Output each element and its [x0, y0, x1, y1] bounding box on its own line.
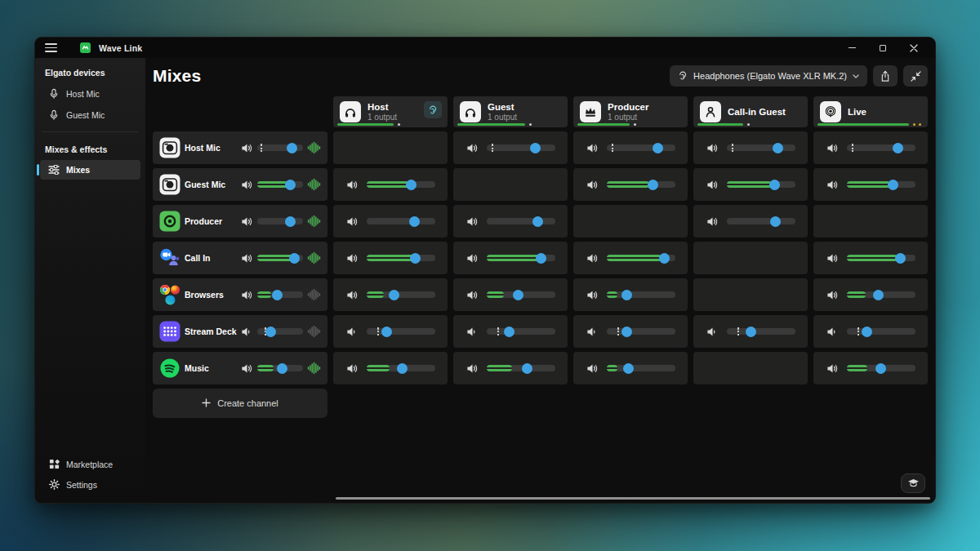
slider-knob[interactable]	[513, 290, 523, 300]
volume-high-icon[interactable]	[586, 362, 599, 375]
cell-browsers-producer[interactable]	[573, 278, 688, 311]
volume-slider[interactable]	[847, 290, 915, 300]
effects-wave-icon[interactable]	[307, 251, 321, 264]
sidebar-item-settings[interactable]: Settings	[40, 474, 140, 495]
mix-header-call-in-guest[interactable]: Call-in Guest	[693, 96, 808, 127]
volume-high-icon[interactable]	[466, 142, 479, 154]
slider-knob[interactable]	[621, 290, 632, 300]
volume-slider[interactable]	[847, 327, 915, 337]
volume-slider[interactable]	[367, 290, 435, 300]
slider-knob[interactable]	[389, 290, 399, 300]
channel-guest-mic[interactable]: Guest Mic	[153, 168, 327, 201]
channel-call-in[interactable]: Call In	[153, 242, 327, 274]
cell-browsers-live[interactable]	[813, 278, 928, 311]
volume-high-icon[interactable]	[466, 289, 479, 301]
cell-music-host[interactable]	[333, 352, 448, 384]
volume-slider[interactable]	[257, 253, 303, 264]
slider-knob[interactable]	[532, 216, 543, 227]
volume-slider[interactable]	[727, 180, 795, 190]
sidebar-item-host-mic[interactable]: Host Mic	[40, 83, 140, 104]
slider-knob[interactable]	[285, 216, 296, 227]
cell-call-in-host[interactable]	[333, 242, 448, 274]
effects-wave-icon[interactable]	[307, 178, 321, 191]
volume-high-icon[interactable]	[826, 289, 840, 301]
cell-browsers-guest[interactable]	[453, 278, 568, 311]
volume-high-icon[interactable]	[826, 362, 840, 375]
slider-knob[interactable]	[265, 327, 276, 337]
monitor-output-badge[interactable]	[424, 101, 442, 118]
effects-wave-icon[interactable]	[307, 288, 321, 301]
slider-knob[interactable]	[873, 290, 884, 300]
channel-host-mic[interactable]: Host Mic	[153, 131, 327, 164]
channel-producer[interactable]: Producer	[153, 205, 327, 238]
slider-knob[interactable]	[875, 363, 886, 374]
cell-stream-deck-call-in-guest[interactable]	[693, 315, 808, 348]
mix-header-host[interactable]: Host1 output	[333, 96, 448, 127]
volume-slider[interactable]	[487, 363, 555, 374]
volume-high-icon[interactable]	[346, 362, 359, 375]
volume-low-icon[interactable]	[586, 326, 599, 338]
create-channel-button[interactable]: Create channel	[153, 389, 327, 418]
volume-slider[interactable]	[607, 363, 675, 374]
cell-host-mic-call-in-guest[interactable]	[693, 131, 808, 164]
volume-slider[interactable]	[487, 253, 555, 264]
mix-header-live[interactable]: Live	[813, 96, 928, 127]
volume-low-icon[interactable]	[826, 326, 840, 338]
cell-music-guest[interactable]	[453, 352, 568, 384]
volume-slider[interactable]	[607, 143, 675, 153]
volume-slider[interactable]	[487, 216, 555, 227]
volume-slider[interactable]	[487, 327, 555, 337]
cell-host-mic-guest[interactable]	[453, 131, 568, 164]
volume-high-icon[interactable]	[346, 179, 359, 191]
slider-knob[interactable]	[406, 180, 416, 190]
volume-slider[interactable]	[607, 253, 675, 264]
volume-slider[interactable]	[607, 180, 675, 190]
cell-stream-deck-live[interactable]	[813, 315, 928, 348]
volume-slider[interactable]	[607, 290, 675, 300]
volume-high-icon[interactable]	[586, 179, 599, 191]
volume-high-icon[interactable]	[466, 362, 479, 375]
volume-low-icon[interactable]	[346, 326, 359, 338]
volume-high-icon[interactable]	[346, 216, 359, 228]
volume-slider[interactable]	[257, 143, 303, 153]
volume-slider[interactable]	[257, 363, 303, 374]
cell-guest-mic-live[interactable]	[813, 168, 928, 201]
slider-knob[interactable]	[746, 327, 756, 337]
share-button[interactable]	[873, 65, 898, 87]
slider-knob[interactable]	[536, 253, 546, 264]
slider-knob[interactable]	[289, 253, 300, 264]
cell-call-in-live[interactable]	[813, 242, 928, 274]
slider-knob[interactable]	[770, 216, 781, 227]
volume-high-icon[interactable]	[346, 252, 359, 264]
volume-slider[interactable]	[257, 290, 303, 300]
volume-slider[interactable]	[367, 327, 435, 337]
cell-stream-deck-guest[interactable]	[453, 315, 568, 348]
horizontal-scrollbar[interactable]	[336, 497, 930, 500]
volume-high-icon[interactable]	[586, 142, 599, 154]
slider-knob[interactable]	[895, 253, 906, 264]
slider-knob[interactable]	[522, 363, 532, 374]
sidebar-item-marketplace[interactable]: Marketplace	[40, 454, 140, 474]
cell-music-live[interactable]	[813, 352, 928, 384]
volume-slider[interactable]	[367, 180, 435, 190]
volume-high-icon[interactable]	[240, 252, 253, 264]
volume-high-icon[interactable]	[346, 289, 359, 301]
volume-slider[interactable]	[847, 253, 915, 264]
volume-high-icon[interactable]	[240, 179, 253, 191]
volume-high-icon[interactable]	[586, 252, 599, 264]
slider-knob[interactable]	[504, 327, 514, 337]
slider-knob[interactable]	[272, 290, 283, 300]
slider-knob[interactable]	[381, 327, 392, 337]
volume-high-icon[interactable]	[706, 142, 719, 154]
volume-high-icon[interactable]	[706, 216, 719, 228]
slider-knob[interactable]	[530, 143, 541, 153]
volume-high-icon[interactable]	[826, 179, 840, 191]
volume-high-icon[interactable]	[240, 216, 253, 228]
cell-host-mic-live[interactable]	[813, 131, 928, 164]
sidebar-item-mixes[interactable]: Mixes	[40, 160, 140, 180]
volume-high-icon[interactable]	[240, 362, 253, 375]
cell-stream-deck-host[interactable]	[333, 315, 448, 348]
cell-host-mic-producer[interactable]	[573, 131, 688, 164]
minimize-button[interactable]	[840, 40, 863, 56]
effects-wave-icon[interactable]	[307, 362, 321, 375]
